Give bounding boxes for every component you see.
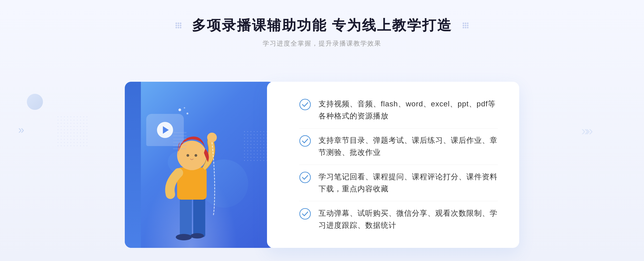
sparkle-1-icon xyxy=(178,109,181,111)
feature-text-3: 学习笔记回看、课程提问、课程评论打分、课件资料下载，重点内容收藏 xyxy=(319,171,498,195)
dots-pattern-illustration xyxy=(243,130,270,162)
svg-point-28 xyxy=(195,154,197,157)
feature-item-1: 支持视频、音频、flash、word、excel、ppt、pdf等各种格式的资源… xyxy=(299,98,498,122)
features-card: 支持视频、音频、flash、word、excel、ppt、pdf等各种格式的资源… xyxy=(267,82,519,248)
svg-point-13 xyxy=(465,25,466,26)
feature-item-3: 学习笔记回看、课程提问、课程评论打分、课件资料下载，重点内容收藏 xyxy=(299,171,498,195)
feature-item-2: 支持章节目录、弹题考试、课后练习、课后作业、章节测验、批改作业 xyxy=(299,135,498,159)
svg-point-10 xyxy=(463,25,464,26)
svg-point-17 xyxy=(467,27,469,28)
svg-point-15 xyxy=(467,23,469,24)
svg-point-14 xyxy=(465,27,466,28)
check-circle-icon-1 xyxy=(299,99,311,110)
illustration-inner xyxy=(125,82,275,248)
svg-point-4 xyxy=(178,25,179,26)
svg-point-37 xyxy=(300,172,310,183)
feature-divider-2 xyxy=(299,165,498,165)
sparkle-3-icon xyxy=(184,107,185,109)
header-section: 多项录播课辅助功能 专为线上教学打造 学习进度全掌握，提升录播课教学效果 xyxy=(0,0,644,58)
svg-point-5 xyxy=(178,27,179,28)
feature-text-4: 互动弹幕、试听购买、微信分享、观看次数限制、学习进度跟踪、数据统计 xyxy=(319,207,498,232)
check-circle-icon-4 xyxy=(299,208,311,220)
svg-point-6 xyxy=(180,23,181,24)
main-title: 多项录播课辅助功能 专为线上教学打造 xyxy=(192,16,452,35)
deco-circle-top-left xyxy=(27,94,43,110)
feature-text-1: 支持视频、音频、flash、word、excel、ppt、pdf等各种格式的资源… xyxy=(319,98,498,122)
left-decorator-icon xyxy=(175,22,182,29)
svg-point-38 xyxy=(300,208,310,219)
svg-point-0 xyxy=(175,23,177,24)
svg-point-12 xyxy=(465,23,466,24)
svg-rect-20 xyxy=(193,194,205,237)
check-circle-icon-3 xyxy=(299,171,311,183)
svg-text:»: » xyxy=(18,124,24,136)
main-content: 支持视频、音频、flash、word、excel、ppt、pdf等各种格式的资源… xyxy=(0,58,644,261)
check-circle-icon-2 xyxy=(299,135,311,147)
feature-divider-1 xyxy=(299,128,498,129)
page-container: 多项录播课辅助功能 专为线上教学打造 学习进度全掌握，提升录播课教学效果 xyxy=(0,0,644,261)
feature-divider-3 xyxy=(299,201,498,201)
chevron-right-deco: »» xyxy=(581,123,590,138)
svg-point-7 xyxy=(180,25,181,26)
svg-point-35 xyxy=(300,99,310,110)
svg-point-24 xyxy=(207,133,217,142)
feature-item-4: 互动弹幕、试听购买、微信分享、观看次数限制、学习进度跟踪、数据统计 xyxy=(299,207,498,232)
svg-point-8 xyxy=(180,27,181,28)
svg-point-36 xyxy=(300,136,310,146)
svg-point-2 xyxy=(175,27,177,28)
dots-pattern-left xyxy=(56,115,89,147)
illustration-card xyxy=(125,82,275,248)
svg-point-21 xyxy=(176,234,192,240)
right-decorator-icon xyxy=(462,22,469,29)
svg-point-9 xyxy=(463,23,464,24)
sub-title: 学习进度全掌握，提升录播课教学效果 xyxy=(0,39,644,48)
stripe-deco-icon xyxy=(173,130,186,151)
svg-point-1 xyxy=(175,25,177,26)
svg-point-16 xyxy=(467,25,469,26)
header-decorators: 多项录播课辅助功能 专为线上教学打造 xyxy=(0,16,644,35)
human-figure-illustration xyxy=(152,114,232,248)
chevron-left-icon[interactable]: » xyxy=(18,123,29,139)
feature-text-2: 支持章节目录、弹题考试、课后练习、课后作业、章节测验、批改作业 xyxy=(319,135,498,159)
svg-rect-19 xyxy=(180,194,192,237)
svg-point-11 xyxy=(463,27,464,28)
svg-point-3 xyxy=(178,23,179,24)
svg-point-27 xyxy=(186,154,189,157)
svg-point-22 xyxy=(191,233,204,238)
